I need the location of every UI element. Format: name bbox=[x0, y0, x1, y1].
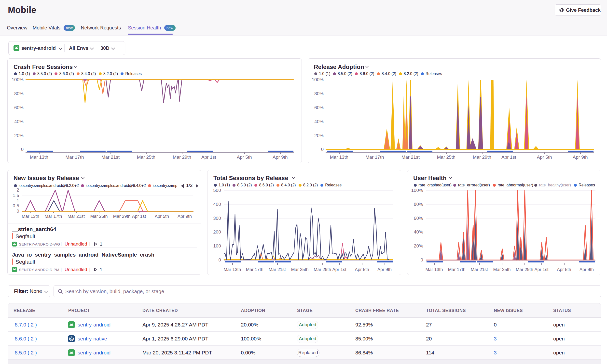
svg-text:C: C bbox=[70, 337, 73, 341]
